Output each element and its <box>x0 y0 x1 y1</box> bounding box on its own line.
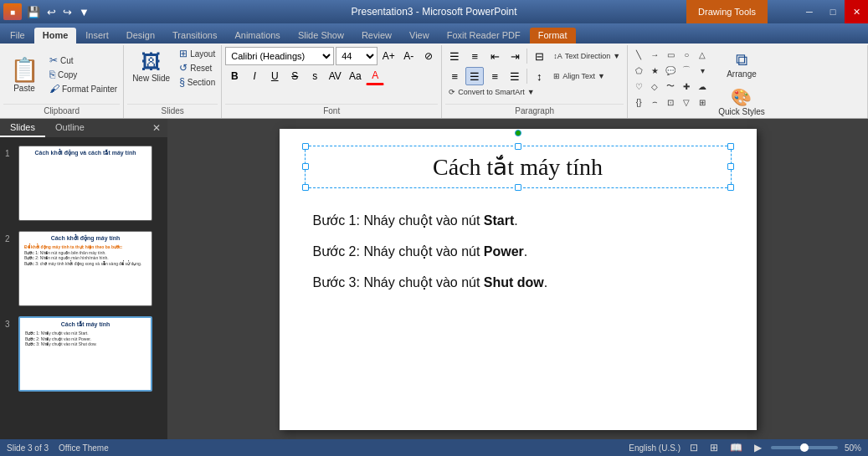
shape-funnel[interactable]: ▽ <box>679 95 694 110</box>
shape-extra[interactable]: ⊞ <box>695 95 710 110</box>
clear-format-button[interactable]: ⊘ <box>419 47 438 65</box>
font-color-button[interactable]: A <box>366 67 384 85</box>
section-button[interactable]: § Section <box>177 75 218 89</box>
handle-bottom-left[interactable] <box>302 184 309 191</box>
slide-sorter-button[interactable]: ⊞ <box>707 442 721 453</box>
save-icon[interactable]: 💾 <box>25 4 42 20</box>
tab-animations[interactable]: Animations <box>226 28 288 44</box>
slideshow-view-button[interactable]: ▶ <box>752 442 764 453</box>
office-button[interactable]: ■ <box>3 3 22 20</box>
align-text-button[interactable]: ⊞ Align Text ▼ <box>550 71 609 81</box>
canvas-area[interactable]: Cách tắt máy tính Bước 1: Nháy chuột vào… <box>167 119 868 439</box>
zoom-slider[interactable] <box>771 446 838 449</box>
arrange-button[interactable]: ⧉ Arrange <box>713 47 770 82</box>
align-left-button[interactable]: ≡ <box>445 67 464 85</box>
outline-tab[interactable]: Outline <box>45 119 95 137</box>
shape-callout[interactable]: 💬 <box>663 63 678 78</box>
title-textbox[interactable]: Cách tắt máy tính <box>305 146 732 188</box>
handle-bottom-right[interactable] <box>727 184 734 191</box>
maximize-button[interactable]: □ <box>821 0 845 23</box>
shape-cross[interactable]: ✚ <box>679 79 694 94</box>
paste-button[interactable]: 📋 Paste <box>3 47 45 102</box>
shape-arrow[interactable]: → <box>647 47 662 62</box>
handle-mid-right[interactable] <box>727 163 734 170</box>
tab-foxit[interactable]: Foxit Reader PDF <box>439 28 529 44</box>
tab-insert[interactable]: Insert <box>77 28 117 44</box>
align-right-button[interactable]: ≡ <box>485 67 504 85</box>
shape-pentagon[interactable]: ⬠ <box>631 63 646 78</box>
font-size-select[interactable]: 44 11 12 14 18 24 28 32 36 40 48 60 72 <box>336 47 378 65</box>
shape-star[interactable]: ★ <box>647 63 662 78</box>
numbering-button[interactable]: ≡ <box>465 47 484 65</box>
decrease-indent-button[interactable]: ⇤ <box>485 47 504 65</box>
text-direction-button[interactable]: ↕A Text Direction ▼ <box>550 51 624 61</box>
shape-more[interactable]: ▾ <box>695 63 710 78</box>
handle-top-center[interactable] <box>515 143 521 150</box>
tab-home[interactable]: Home <box>34 28 77 44</box>
shadow-button[interactable]: s <box>306 67 324 85</box>
copy-button[interactable]: ⎘ Copy <box>47 68 120 81</box>
quick-styles-button[interactable]: 🎨 Quick Styles <box>713 84 770 120</box>
convert-smartart-button[interactable]: ⟳ Convert to SmartArt ▼ <box>445 87 537 97</box>
shape-cloud[interactable]: ☁ <box>695 79 710 94</box>
shape-brace[interactable]: {} <box>631 95 646 110</box>
layout-button[interactable]: ⊞ Layout <box>177 47 218 60</box>
handle-mid-left[interactable] <box>302 163 309 170</box>
panel-close-button[interactable]: ✕ <box>146 119 167 137</box>
tab-view[interactable]: View <box>401 28 438 44</box>
tab-slideshow[interactable]: Slide Show <box>290 28 352 44</box>
increase-font-button[interactable]: A+ <box>379 47 398 65</box>
reset-button[interactable]: ↺ Reset <box>177 61 218 74</box>
normal-view-button[interactable]: ⊡ <box>687 442 701 453</box>
handle-top-left[interactable] <box>302 143 309 150</box>
minimize-button[interactable]: ─ <box>798 0 821 23</box>
shape-heart[interactable]: ♡ <box>631 79 646 94</box>
slide-thumb-2[interactable]: 2 Cách khởi động máy tính Để khởi động m… <box>3 229 164 308</box>
handle-bottom-center[interactable] <box>515 184 521 191</box>
shape-arc[interactable]: ⌢ <box>647 95 662 110</box>
tab-review[interactable]: Review <box>353 28 400 44</box>
new-slide-button[interactable]: 🖼 New Slide <box>127 47 175 86</box>
shape-curved[interactable]: ⌒ <box>679 63 694 78</box>
shape-line[interactable]: ╲ <box>631 47 646 62</box>
char-spacing-button[interactable]: AV <box>326 67 344 85</box>
font-name-select[interactable]: Calibri (Headings) <box>225 47 334 65</box>
columns-button[interactable]: ⊟ <box>530 47 548 65</box>
shape-triangle[interactable]: △ <box>695 47 710 62</box>
justify-button[interactable]: ☰ <box>506 67 524 85</box>
slide-canvas[interactable]: Cách tắt máy tính Bước 1: Nháy chuột vào… <box>280 129 757 430</box>
increase-indent-button[interactable]: ⇥ <box>506 47 524 65</box>
line-spacing-button[interactable]: ↕ <box>530 67 548 85</box>
handle-top-right[interactable] <box>727 143 734 150</box>
bold-button[interactable]: B <box>225 67 244 85</box>
bullets-button[interactable]: ☰ <box>445 47 464 65</box>
decrease-font-button[interactable]: A- <box>399 47 418 65</box>
cut-label: Cut <box>60 56 74 65</box>
align-center-button[interactable]: ☰ <box>465 67 484 85</box>
zoom-thumb[interactable] <box>800 443 809 452</box>
shape-rect[interactable]: ▭ <box>663 47 678 62</box>
reading-view-button[interactable]: 📖 <box>727 442 745 453</box>
undo-icon[interactable]: ↩ <box>45 4 58 20</box>
slides-tab[interactable]: Slides <box>0 119 45 137</box>
slide-thumb-1[interactable]: 1 Cách khởi động và cách tắt máy tính <box>3 144 164 223</box>
cut-button[interactable]: ✂ Cut <box>47 54 120 67</box>
close-button[interactable]: ✕ <box>845 0 868 23</box>
slide-thumb-3[interactable]: 3 Cách tắt máy tính Bước 1: Nhấy chuột v… <box>3 315 164 393</box>
format-painter-button[interactable]: 🖌 Format Painter <box>47 82 120 95</box>
case-button[interactable]: Aa <box>346 67 364 85</box>
shape-wave[interactable]: 〜 <box>663 79 678 94</box>
tab-format[interactable]: Format <box>530 28 576 44</box>
italic-button[interactable]: I <box>245 67 264 85</box>
underline-button[interactable]: U <box>265 67 284 85</box>
tab-transitions[interactable]: Transitions <box>164 28 225 44</box>
tab-file[interactable]: File <box>2 28 33 44</box>
tab-design[interactable]: Design <box>118 28 163 44</box>
shape-diamond[interactable]: ◇ <box>647 79 662 94</box>
rotate-handle[interactable] <box>515 130 521 136</box>
customize-icon[interactable]: ▼ <box>77 4 91 20</box>
shape-ellipse[interactable]: ○ <box>679 47 694 62</box>
strikethrough-button[interactable]: S <box>285 67 304 85</box>
shape-tab[interactable]: ⊡ <box>663 95 678 110</box>
redo-icon[interactable]: ↪ <box>61 4 74 20</box>
